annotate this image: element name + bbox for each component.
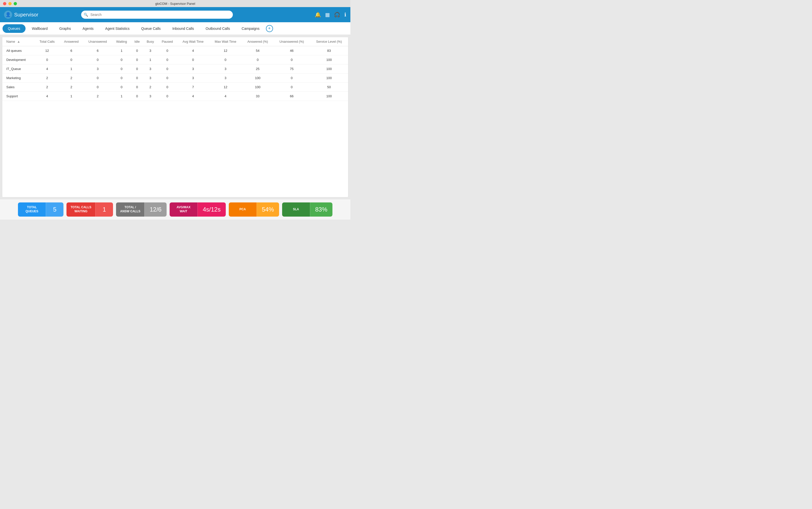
total-queues-card: TOTALQUEUES 5 bbox=[18, 202, 63, 216]
cell-unanswered-pct: 46 bbox=[274, 46, 310, 55]
cell-service-level: 100 bbox=[310, 55, 348, 64]
table-row[interactable]: Marketing 2 2 0 0 0 3 0 3 3 100 0 100 bbox=[2, 73, 348, 82]
layout-icon[interactable]: ▦ bbox=[325, 12, 330, 18]
col-name[interactable]: Name ▲ bbox=[2, 37, 35, 46]
cell-waiting: 0 bbox=[112, 73, 131, 82]
table-row[interactable]: Sales 2 2 0 0 0 2 0 7 12 100 0 50 bbox=[2, 82, 348, 92]
cell-unanswered-pct: 0 bbox=[274, 73, 310, 82]
cell-avg-wait: 7 bbox=[177, 82, 209, 92]
total-calls-waiting-label: TOTAL CALLSWAITING bbox=[66, 202, 95, 216]
cell-name: Support bbox=[2, 92, 35, 101]
cell-total-calls: 4 bbox=[35, 64, 59, 73]
table-row[interactable]: IT_Queue 4 1 3 0 0 3 0 3 3 25 75 100 bbox=[2, 64, 348, 73]
cell-idle: 0 bbox=[131, 73, 143, 82]
cell-total-calls: 4 bbox=[35, 92, 59, 101]
total-calls-waiting-value: 1 bbox=[95, 202, 113, 216]
cell-name: All queues bbox=[2, 46, 35, 55]
cell-name: IT_Queue bbox=[2, 64, 35, 73]
cell-waiting: 0 bbox=[112, 55, 131, 64]
col-paused[interactable]: Paused bbox=[158, 37, 177, 46]
col-max-wait[interactable]: Max Wait Time bbox=[209, 37, 242, 46]
cell-waiting: 0 bbox=[112, 82, 131, 92]
minimize-button[interactable] bbox=[8, 2, 12, 5]
cell-avg-wait: 0 bbox=[177, 55, 209, 64]
cell-idle: 0 bbox=[131, 64, 143, 73]
pca-label: PCA bbox=[229, 202, 257, 216]
cell-answered: 6 bbox=[59, 46, 83, 55]
table-row[interactable]: All queues 12 6 6 1 0 3 0 4 12 54 46 83 bbox=[2, 46, 348, 55]
cell-service-level: 50 bbox=[310, 82, 348, 92]
tab-inbound-calls[interactable]: Inbound Calls bbox=[167, 24, 199, 33]
cell-busy: 3 bbox=[143, 64, 158, 73]
cell-unanswered: 6 bbox=[83, 46, 112, 55]
close-button[interactable] bbox=[3, 2, 6, 5]
cell-unanswered-pct: 0 bbox=[274, 82, 310, 92]
col-answered-pct[interactable]: Answered (%) bbox=[242, 37, 274, 46]
cell-name: Sales bbox=[2, 82, 35, 92]
cell-answered: 0 bbox=[59, 55, 83, 64]
title-bar: gloCOM - Supervisor Panel bbox=[0, 0, 350, 7]
cell-name: Marketing bbox=[2, 73, 35, 82]
table-row[interactable]: Development 0 0 0 0 0 1 0 0 0 0 0 100 bbox=[2, 55, 348, 64]
cell-service-level: 100 bbox=[310, 92, 348, 101]
tab-graphs[interactable]: Graphs bbox=[54, 24, 76, 33]
cell-answered-pct: 54 bbox=[242, 46, 274, 55]
tab-queue-calls[interactable]: Queue Calls bbox=[136, 24, 166, 33]
cell-waiting: 1 bbox=[112, 92, 131, 101]
col-waiting[interactable]: Waiting bbox=[112, 37, 131, 46]
col-total-calls[interactable]: Total Calls bbox=[35, 37, 59, 46]
col-avg-wait[interactable]: Avg Wait Time bbox=[177, 37, 209, 46]
col-busy[interactable]: Busy bbox=[143, 37, 158, 46]
col-service-level[interactable]: Service Level (%) bbox=[310, 37, 348, 46]
cell-busy: 3 bbox=[143, 73, 158, 82]
headset-icon[interactable]: 🎧 bbox=[334, 12, 340, 18]
col-idle[interactable]: Idle bbox=[131, 37, 143, 46]
window-controls bbox=[3, 2, 17, 5]
tab-wallboard[interactable]: Wallboard bbox=[27, 24, 53, 33]
tab-campaigns[interactable]: Campaigns bbox=[236, 24, 265, 33]
cell-paused: 0 bbox=[158, 73, 177, 82]
cell-paused: 0 bbox=[158, 92, 177, 101]
cell-max-wait: 4 bbox=[209, 92, 242, 101]
app-name: Supervisor bbox=[14, 12, 38, 18]
cell-avg-wait: 3 bbox=[177, 64, 209, 73]
search-input[interactable] bbox=[81, 11, 233, 19]
search-bar[interactable]: 🔍 bbox=[81, 11, 233, 19]
cell-max-wait: 3 bbox=[209, 64, 242, 73]
sla-value: 83% bbox=[310, 202, 332, 216]
cell-unanswered: 0 bbox=[83, 82, 112, 92]
cell-paused: 0 bbox=[158, 55, 177, 64]
cell-name: Development bbox=[2, 55, 35, 64]
col-unanswered[interactable]: Unanswered bbox=[83, 37, 112, 46]
cell-service-level: 100 bbox=[310, 73, 348, 82]
cell-busy: 3 bbox=[143, 46, 158, 55]
tab-queues[interactable]: Queues bbox=[3, 24, 26, 33]
bell-icon[interactable]: 🔔 bbox=[315, 12, 321, 18]
table-row[interactable]: Support 4 1 2 1 0 3 0 4 4 33 66 100 bbox=[2, 92, 348, 101]
app-logo: 👤 Supervisor bbox=[4, 11, 38, 19]
cell-busy: 1 bbox=[143, 55, 158, 64]
cell-unanswered: 0 bbox=[83, 55, 112, 64]
col-unanswered-pct[interactable]: Unanswered (%) bbox=[274, 37, 310, 46]
maximize-button[interactable] bbox=[14, 2, 17, 5]
cell-busy: 3 bbox=[143, 92, 158, 101]
info-icon[interactable]: ℹ bbox=[344, 12, 346, 18]
cell-total-calls: 12 bbox=[35, 46, 59, 55]
search-icon: 🔍 bbox=[84, 13, 88, 17]
cell-answered: 2 bbox=[59, 73, 83, 82]
tab-outbound-calls[interactable]: Outbound Calls bbox=[200, 24, 235, 33]
cell-total-calls: 0 bbox=[35, 55, 59, 64]
queue-table: Name ▲ Total Calls Answered Unanswered W… bbox=[2, 37, 348, 101]
tab-agents[interactable]: Agents bbox=[77, 24, 99, 33]
cell-avg-wait: 3 bbox=[177, 73, 209, 82]
cell-answered-pct: 100 bbox=[242, 73, 274, 82]
cell-unanswered: 2 bbox=[83, 92, 112, 101]
cell-answered-pct: 0 bbox=[242, 55, 274, 64]
add-tab-button[interactable]: + bbox=[266, 25, 273, 32]
total-calls-waiting-card: TOTAL CALLSWAITING 1 bbox=[66, 202, 113, 216]
cell-waiting: 1 bbox=[112, 46, 131, 55]
col-answered[interactable]: Answered bbox=[59, 37, 83, 46]
cell-paused: 0 bbox=[158, 82, 177, 92]
tab-agent-statistics[interactable]: Agent Statistics bbox=[100, 24, 135, 33]
cell-idle: 0 bbox=[131, 92, 143, 101]
